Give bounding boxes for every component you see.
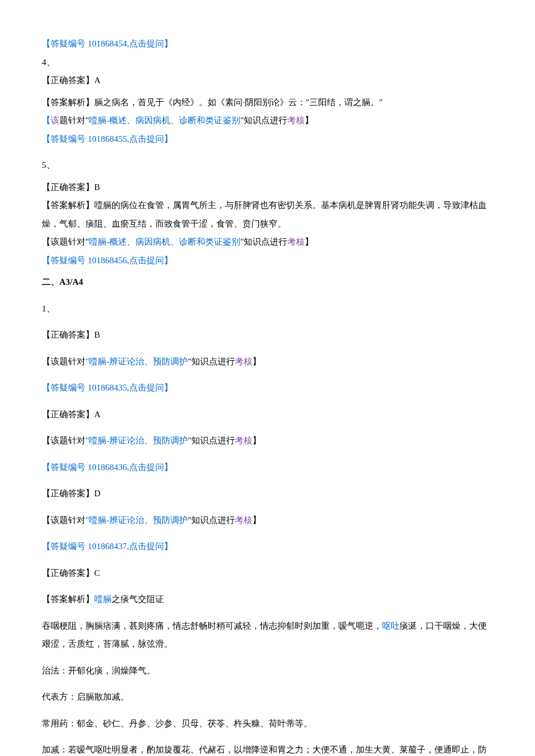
answer-analysis: 【答案解析】噎膈的病位在食管，属胃气所主，与肝脾肾也有密切关系。基本病机是脾胃肝…	[42, 196, 493, 233]
topic-reference: 【该题针对"噎膈-辨证论治、预防调护"知识点进行考核】	[42, 511, 493, 530]
topic-reference: 【该题针对"噎膈-概述、病因病机、诊断和类证鉴别"知识点进行考核】	[42, 112, 493, 130]
correct-answer: 【正确答案】A	[42, 71, 493, 90]
correct-answer: 【正确答案】B	[42, 178, 493, 197]
inline-link[interactable]: 呕吐	[382, 621, 400, 630]
topic-link[interactable]: 噎膈-概述、病因病机、诊断和类证鉴别	[89, 116, 240, 125]
topic-reference: 【该题针对"噎膈-辨证论治、预防调护"知识点进行考核】	[42, 432, 493, 450]
ref-link[interactable]: 【答疑编号 101868435,点击提问】	[42, 379, 493, 397]
answer-analysis: 【答案解析】膈之病名，首见于《内经》。如《素问·阴阳别论》云："三阳结，谓之膈。…	[42, 94, 493, 112]
topic-link[interactable]: 噎膈-辨证论治、预防调护	[89, 436, 188, 445]
correct-answer: 【正确答案】A	[42, 406, 493, 424]
topic-reference: 【该题针对"噎膈-概述、病因病机、诊断和类证鉴别"知识点进行考核】	[42, 233, 493, 252]
analysis-body: 代表方：启膈散加减。	[42, 688, 493, 707]
topic-link[interactable]: 噎膈-辨证论治、预防调护	[89, 357, 188, 366]
topic-reference: 【该题针对"噎膈-辨证论治、预防调护"知识点进行考核】	[42, 353, 493, 371]
answer-analysis: 【答案解析】噎膈之痰气交阻证	[42, 590, 493, 609]
analysis-body: 常用药：郁金、砂仁、丹参、沙参、贝母、茯苓、杵头糠、荷叶蒂等。	[42, 715, 493, 733]
correct-answer: 【正确答案】D	[42, 485, 493, 503]
ref-link[interactable]: 【答疑编号 101868454,点击提问】	[42, 35, 493, 53]
ref-link[interactable]: 【答疑编号 101868436,点击提问】	[42, 458, 493, 477]
ref-link[interactable]: 【答疑编号 101868455,点击提问】	[42, 130, 493, 149]
correct-answer: 【正确答案】B	[42, 326, 493, 345]
ref-link[interactable]: 【答疑编号 101868437,点击提问】	[42, 538, 493, 556]
question-number: 4、	[42, 53, 493, 72]
ref-link[interactable]: 【答疑编号 101868456,点击提问】	[42, 252, 493, 270]
analysis-link[interactable]: 噎膈	[94, 594, 112, 604]
analysis-body: 吞咽梗阻，胸膈痞满，甚则疼痛，情志舒畅时稍可减轻，情志抑郁时则加重，嗳气呃逆，呕…	[42, 617, 493, 654]
topic-link[interactable]: 噎膈-辨证论治、预防调护	[89, 515, 188, 525]
question-number: 5、	[42, 156, 493, 175]
question-number: 1、	[42, 300, 493, 318]
analysis-body: 加减：若嗳气呕吐明显者，酌加旋覆花、代赭石，以增降逆和胃之力；大便不通，加生大黄…	[42, 741, 493, 756]
topic-link[interactable]: 噎膈-概述、病因病机、诊断和类证鉴别	[89, 237, 240, 246]
section-title: 二、A3/A4	[42, 273, 493, 292]
correct-answer: 【正确答案】C	[42, 564, 493, 583]
analysis-body: 治法：开郁化痰，润燥降气。	[42, 662, 493, 680]
